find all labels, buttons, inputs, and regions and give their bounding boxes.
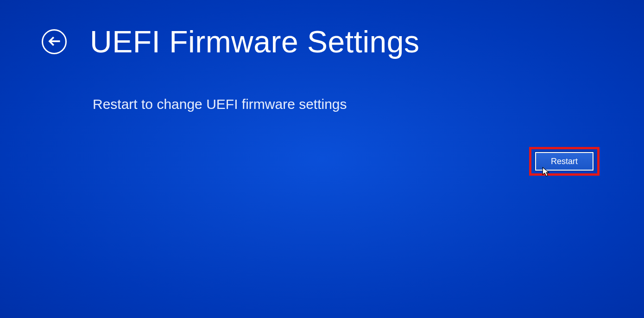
back-arrow-icon: [47, 34, 61, 50]
page-header: UEFI Firmware Settings: [0, 0, 644, 59]
restart-button[interactable]: Restart: [535, 152, 593, 171]
page-title: UEFI Firmware Settings: [90, 24, 419, 59]
restart-highlight-box: Restart: [529, 147, 600, 176]
page-subtitle: Restart to change UEFI firmware settings: [93, 96, 644, 112]
restart-button-label: Restart: [551, 157, 578, 166]
back-button[interactable]: [42, 29, 67, 54]
